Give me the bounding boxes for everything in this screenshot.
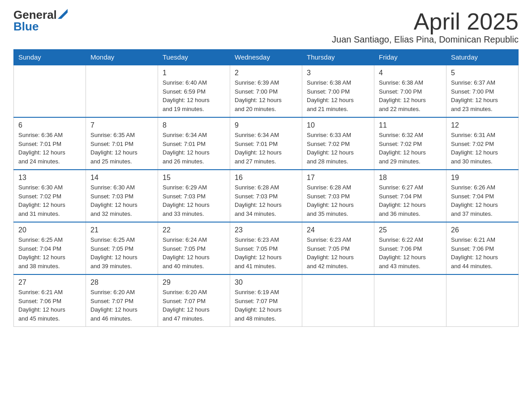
calendar-header-saturday: Saturday <box>446 50 519 65</box>
day-info: Sunrise: 6:21 AM Sunset: 7:06 PM Dayligh… <box>18 288 81 323</box>
day-info: Sunrise: 6:35 AM Sunset: 7:01 PM Dayligh… <box>90 131 153 166</box>
day-info: Sunrise: 6:23 AM Sunset: 7:05 PM Dayligh… <box>235 235 297 270</box>
day-number: 17 <box>307 174 369 182</box>
calendar-cell: 11Sunrise: 6:32 AM Sunset: 7:02 PM Dayli… <box>374 117 446 170</box>
day-info: Sunrise: 6:38 AM Sunset: 7:00 PM Dayligh… <box>307 78 369 113</box>
day-info: Sunrise: 6:30 AM Sunset: 7:03 PM Dayligh… <box>90 183 153 218</box>
day-info: Sunrise: 6:27 AM Sunset: 7:04 PM Dayligh… <box>379 183 442 218</box>
calendar-cell: 17Sunrise: 6:28 AM Sunset: 7:03 PM Dayli… <box>302 170 374 222</box>
calendar-cell: 26Sunrise: 6:21 AM Sunset: 7:06 PM Dayli… <box>446 222 519 274</box>
day-info: Sunrise: 6:24 AM Sunset: 7:05 PM Dayligh… <box>163 235 225 270</box>
day-info: Sunrise: 6:19 AM Sunset: 7:07 PM Dayligh… <box>235 288 297 323</box>
calendar-cell: 2Sunrise: 6:39 AM Sunset: 7:00 PM Daylig… <box>230 65 302 117</box>
day-number: 3 <box>307 69 369 77</box>
day-number: 22 <box>163 226 225 234</box>
calendar-cell: 1Sunrise: 6:40 AM Sunset: 6:59 PM Daylig… <box>158 65 230 117</box>
day-number: 18 <box>379 174 442 182</box>
day-info: Sunrise: 6:31 AM Sunset: 7:02 PM Dayligh… <box>451 131 514 166</box>
calendar-week-row: 6Sunrise: 6:36 AM Sunset: 7:01 PM Daylig… <box>14 117 519 170</box>
day-number: 19 <box>451 174 514 182</box>
day-number: 9 <box>235 121 297 129</box>
day-info: Sunrise: 6:26 AM Sunset: 7:04 PM Dayligh… <box>451 183 514 218</box>
day-info: Sunrise: 6:34 AM Sunset: 7:01 PM Dayligh… <box>235 131 297 166</box>
calendar-cell <box>446 274 519 327</box>
day-number: 25 <box>379 226 442 234</box>
day-info: Sunrise: 6:23 AM Sunset: 7:05 PM Dayligh… <box>307 235 369 270</box>
day-number: 6 <box>18 121 81 129</box>
logo-text: General Blue <box>13 9 68 32</box>
calendar-cell: 28Sunrise: 6:20 AM Sunset: 7:07 PM Dayli… <box>86 274 158 327</box>
day-info: Sunrise: 6:25 AM Sunset: 7:05 PM Dayligh… <box>90 235 153 270</box>
day-number: 15 <box>163 174 225 182</box>
calendar-cell: 5Sunrise: 6:37 AM Sunset: 7:00 PM Daylig… <box>446 65 519 117</box>
day-number: 20 <box>18 226 81 234</box>
calendar-cell: 15Sunrise: 6:29 AM Sunset: 7:03 PM Dayli… <box>158 170 230 222</box>
logo-icon <box>57 11 68 19</box>
calendar-cell: 8Sunrise: 6:34 AM Sunset: 7:01 PM Daylig… <box>158 117 230 170</box>
calendar-week-row: 20Sunrise: 6:25 AM Sunset: 7:04 PM Dayli… <box>14 222 519 274</box>
day-number: 11 <box>379 121 442 129</box>
calendar-cell: 9Sunrise: 6:34 AM Sunset: 7:01 PM Daylig… <box>230 117 302 170</box>
day-number: 8 <box>163 121 225 129</box>
calendar-cell: 24Sunrise: 6:23 AM Sunset: 7:05 PM Dayli… <box>302 222 374 274</box>
day-info: Sunrise: 6:40 AM Sunset: 6:59 PM Dayligh… <box>163 78 225 113</box>
day-info: Sunrise: 6:21 AM Sunset: 7:06 PM Dayligh… <box>451 235 514 270</box>
day-number: 27 <box>18 278 81 287</box>
day-info: Sunrise: 6:25 AM Sunset: 7:04 PM Dayligh… <box>18 235 81 270</box>
day-number: 24 <box>307 226 369 234</box>
day-info: Sunrise: 6:20 AM Sunset: 7:07 PM Dayligh… <box>163 288 225 323</box>
day-info: Sunrise: 6:28 AM Sunset: 7:03 PM Dayligh… <box>307 183 369 218</box>
day-number: 28 <box>90 278 153 287</box>
logo-blue: Blue <box>13 20 39 33</box>
calendar-cell: 3Sunrise: 6:38 AM Sunset: 7:00 PM Daylig… <box>302 65 374 117</box>
day-number: 14 <box>90 174 153 182</box>
day-info: Sunrise: 6:22 AM Sunset: 7:06 PM Dayligh… <box>379 235 442 270</box>
calendar-header-thursday: Thursday <box>302 50 374 65</box>
calendar-header-tuesday: Tuesday <box>158 50 230 65</box>
day-info: Sunrise: 6:29 AM Sunset: 7:03 PM Dayligh… <box>163 183 225 218</box>
calendar-week-row: 27Sunrise: 6:21 AM Sunset: 7:06 PM Dayli… <box>14 274 519 327</box>
day-info: Sunrise: 6:36 AM Sunset: 7:01 PM Dayligh… <box>18 131 81 166</box>
day-info: Sunrise: 6:20 AM Sunset: 7:07 PM Dayligh… <box>90 288 153 323</box>
calendar-cell: 22Sunrise: 6:24 AM Sunset: 7:05 PM Dayli… <box>158 222 230 274</box>
day-number: 10 <box>307 121 369 129</box>
day-number: 29 <box>163 278 225 287</box>
calendar-cell <box>86 65 158 117</box>
calendar-cell: 4Sunrise: 6:38 AM Sunset: 7:00 PM Daylig… <box>374 65 446 117</box>
day-info: Sunrise: 6:38 AM Sunset: 7:00 PM Dayligh… <box>379 78 442 113</box>
day-number: 12 <box>451 121 514 129</box>
calendar-cell: 14Sunrise: 6:30 AM Sunset: 7:03 PM Dayli… <box>86 170 158 222</box>
day-number: 23 <box>235 226 297 234</box>
calendar-cell: 21Sunrise: 6:25 AM Sunset: 7:05 PM Dayli… <box>86 222 158 274</box>
calendar-cell <box>302 274 374 327</box>
location-title: Juan Santiago, Elias Pina, Dominican Rep… <box>332 34 519 45</box>
day-info: Sunrise: 6:37 AM Sunset: 7:00 PM Dayligh… <box>451 78 514 113</box>
day-info: Sunrise: 6:30 AM Sunset: 7:02 PM Dayligh… <box>18 183 81 218</box>
day-number: 16 <box>235 174 297 182</box>
calendar-cell: 19Sunrise: 6:26 AM Sunset: 7:04 PM Dayli… <box>446 170 519 222</box>
calendar-table: SundayMondayTuesdayWednesdayThursdayFrid… <box>13 49 519 327</box>
calendar-header-wednesday: Wednesday <box>230 50 302 65</box>
title-section: April 2025 Juan Santiago, Elias Pina, Do… <box>332 9 519 45</box>
day-number: 4 <box>379 69 442 77</box>
month-title: April 2025 <box>332 9 519 34</box>
logo-general: General <box>13 9 57 21</box>
day-number: 26 <box>451 226 514 234</box>
logo: General Blue <box>13 9 68 32</box>
day-number: 1 <box>163 69 225 77</box>
calendar-header-friday: Friday <box>374 50 446 65</box>
calendar-cell: 29Sunrise: 6:20 AM Sunset: 7:07 PM Dayli… <box>158 274 230 327</box>
day-number: 5 <box>451 69 514 77</box>
calendar-cell: 25Sunrise: 6:22 AM Sunset: 7:06 PM Dayli… <box>374 222 446 274</box>
day-number: 30 <box>235 278 297 287</box>
calendar-header-sunday: Sunday <box>14 50 86 65</box>
day-info: Sunrise: 6:28 AM Sunset: 7:03 PM Dayligh… <box>235 183 297 218</box>
calendar-cell: 16Sunrise: 6:28 AM Sunset: 7:03 PM Dayli… <box>230 170 302 222</box>
day-info: Sunrise: 6:39 AM Sunset: 7:00 PM Dayligh… <box>235 78 297 113</box>
day-number: 13 <box>18 174 81 182</box>
day-number: 2 <box>235 69 297 77</box>
calendar-cell <box>374 274 446 327</box>
calendar-cell: 6Sunrise: 6:36 AM Sunset: 7:01 PM Daylig… <box>14 117 86 170</box>
page-header: General Blue April 2025 Juan Santiago, E… <box>13 9 519 45</box>
calendar-cell: 20Sunrise: 6:25 AM Sunset: 7:04 PM Dayli… <box>14 222 86 274</box>
